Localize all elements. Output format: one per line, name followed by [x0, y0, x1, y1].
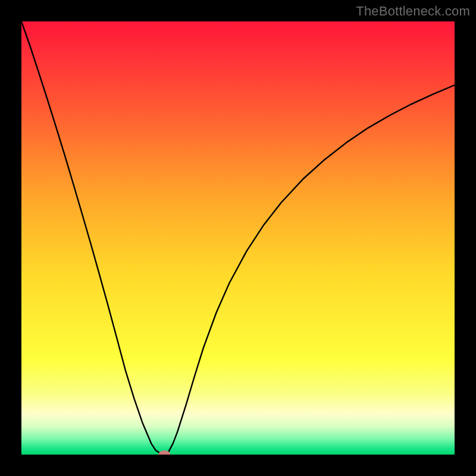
plot-area: [21, 21, 455, 455]
gradient-background: [21, 21, 455, 455]
chart-frame: TheBottleneck.com: [0, 0, 476, 476]
watermark-label: TheBottleneck.com: [356, 4, 470, 19]
bottleneck-chart: [21, 21, 455, 455]
